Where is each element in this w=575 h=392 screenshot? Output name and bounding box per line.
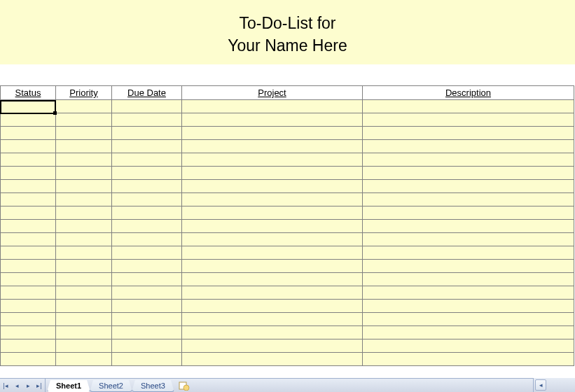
cell-duedate[interactable] [112, 140, 182, 153]
cell-priority[interactable] [56, 326, 112, 340]
cell-duedate[interactable] [112, 260, 182, 273]
cell-duedate[interactable] [112, 273, 182, 286]
cell-description[interactable] [363, 300, 574, 313]
horizontal-scroll-area[interactable]: ◂ [533, 378, 575, 392]
cell-project[interactable] [182, 180, 363, 193]
cell-project[interactable] [182, 273, 363, 286]
cell-project[interactable] [182, 127, 363, 140]
cell-project[interactable] [182, 353, 363, 366]
cell-status[interactable] [0, 140, 56, 153]
cell-description[interactable] [363, 233, 574, 246]
cell-project[interactable] [182, 340, 363, 353]
cell-duedate[interactable] [112, 127, 182, 140]
cell-priority[interactable] [56, 127, 112, 140]
cell-project[interactable] [182, 300, 363, 313]
cell-status[interactable] [0, 340, 56, 353]
cell-description[interactable] [363, 353, 574, 366]
cell-duedate[interactable] [112, 193, 182, 206]
col-header-description[interactable]: Description [363, 85, 574, 100]
cell-status[interactable] [0, 206, 56, 220]
cell-status[interactable] [0, 353, 56, 366]
cell-project[interactable] [182, 246, 363, 260]
cell-description[interactable] [363, 286, 574, 300]
cell-status[interactable] [0, 246, 56, 260]
cell-priority[interactable] [56, 193, 112, 206]
cell-status[interactable] [0, 220, 56, 233]
cell-duedate[interactable] [112, 220, 182, 233]
cell-priority[interactable] [56, 260, 112, 273]
cell-description[interactable] [363, 153, 574, 167]
cell-description[interactable] [363, 127, 574, 140]
cell-project[interactable] [182, 153, 363, 167]
cell-description[interactable] [363, 167, 574, 180]
tab-nav-last-icon[interactable]: ▸| [34, 379, 45, 392]
cell-description[interactable] [363, 246, 574, 260]
cell-status[interactable] [0, 273, 56, 286]
cell-priority[interactable] [56, 340, 112, 353]
cell-priority[interactable] [56, 233, 112, 246]
col-header-duedate[interactable]: Due Date [112, 85, 182, 100]
cell-description[interactable] [363, 220, 574, 233]
cell-duedate[interactable] [112, 300, 182, 313]
cell-priority[interactable] [56, 153, 112, 167]
cell-duedate[interactable] [112, 340, 182, 353]
cell-project[interactable] [182, 233, 363, 246]
cell-description[interactable] [363, 140, 574, 153]
cell-description[interactable] [363, 260, 574, 273]
sheet-tab[interactable]: Sheet1 [47, 380, 90, 392]
cell-status[interactable] [0, 153, 56, 167]
cell-duedate[interactable] [112, 100, 182, 113]
cell-status[interactable] [0, 113, 56, 127]
sheet-tab[interactable]: Sheet3 [132, 380, 174, 392]
sheet-tab[interactable]: Sheet2 [90, 380, 132, 392]
cell-duedate[interactable] [112, 286, 182, 300]
cell-duedate[interactable] [112, 233, 182, 246]
cell-priority[interactable] [56, 300, 112, 313]
cell-project[interactable] [182, 113, 363, 127]
tab-nav-first-icon[interactable]: |◂ [0, 379, 11, 392]
cell-project[interactable] [182, 313, 363, 326]
cell-status[interactable] [0, 326, 56, 340]
cell-duedate[interactable] [112, 180, 182, 193]
cell-duedate[interactable] [112, 113, 182, 127]
cell-priority[interactable] [56, 273, 112, 286]
cell-priority[interactable] [56, 246, 112, 260]
cell-priority[interactable] [56, 167, 112, 180]
cell-duedate[interactable] [112, 206, 182, 220]
cell-project[interactable] [182, 193, 363, 206]
cell-description[interactable] [363, 100, 574, 113]
col-header-status[interactable]: Status [0, 85, 56, 100]
cell-status[interactable] [0, 167, 56, 180]
cell-priority[interactable] [56, 206, 112, 220]
cell-project[interactable] [182, 167, 363, 180]
cell-description[interactable] [363, 326, 574, 340]
cell-status[interactable] [0, 313, 56, 326]
cell-priority[interactable] [56, 353, 112, 366]
cell-duedate[interactable] [112, 167, 182, 180]
cell-duedate[interactable] [112, 326, 182, 340]
cell-priority[interactable] [56, 286, 112, 300]
cell-duedate[interactable] [112, 353, 182, 366]
insert-worksheet-icon[interactable] [178, 380, 190, 391]
cell-priority[interactable] [56, 100, 112, 113]
cell-priority[interactable] [56, 113, 112, 127]
cell-status[interactable] [0, 286, 56, 300]
cell-description[interactable] [363, 180, 574, 193]
tab-nav-next-icon[interactable]: ▸ [22, 379, 34, 392]
cell-status[interactable] [0, 180, 56, 193]
cell-duedate[interactable] [112, 313, 182, 326]
cell-priority[interactable] [56, 180, 112, 193]
cell-duedate[interactable] [112, 153, 182, 167]
cell-project[interactable] [182, 326, 363, 340]
hscroll-left-icon[interactable]: ◂ [535, 379, 546, 391]
title-line-2[interactable]: Your Name Here [228, 34, 347, 57]
cell-priority[interactable] [56, 313, 112, 326]
cell-duedate[interactable] [112, 246, 182, 260]
cell-status[interactable] [0, 127, 56, 140]
cell-status[interactable] [0, 260, 56, 273]
cell-description[interactable] [363, 113, 574, 127]
cell-project[interactable] [182, 140, 363, 153]
cell-status[interactable] [0, 300, 56, 313]
cell-project[interactable] [182, 220, 363, 233]
title-line-1[interactable]: To-Do-List for [239, 12, 335, 34]
